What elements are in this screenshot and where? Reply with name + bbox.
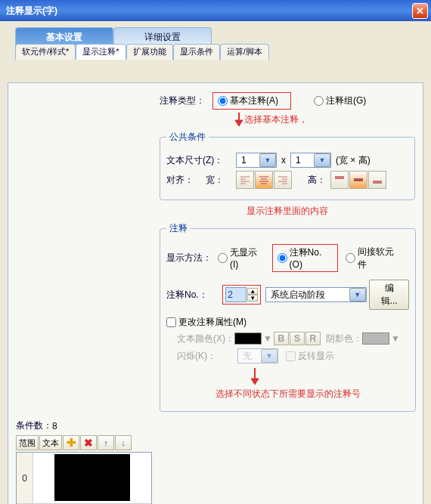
text-height-select[interactable]: 1▼ [290,153,331,168]
delete-icon[interactable]: ✖ [80,435,97,450]
disp-method-label: 显示方法： [166,252,218,264]
align-left-icon[interactable] [236,171,254,189]
align-label: 对齐： [166,174,206,187]
tab-show-comment[interactable]: 显示注释* [76,44,126,60]
align-center-icon[interactable] [255,171,273,189]
s-icon: S [290,332,305,345]
svg-marker-1 [235,120,243,126]
shadow-color-well [362,332,389,345]
r-icon: R [305,332,321,345]
spin-up-icon[interactable]: ▲ [247,288,258,295]
radio-comment-group[interactable]: 注释组(G) [314,94,366,107]
annotation-disp-content: 显示注释里面的内容 [247,205,328,218]
range-button[interactable]: 范围 [16,435,39,450]
move-down-icon[interactable]: ↓ [115,435,132,450]
comment-no-input[interactable] [225,287,247,302]
text-color-label: 文本颜色(X)： [177,332,234,345]
radio-comment-no[interactable]: 注释No.(O) [278,246,333,270]
align-right-icon[interactable] [274,171,292,189]
public-condition-group: 公共条件 文本尺寸(Z)： 1▼ x 1▼ (宽 × 高) 对齐： 宽： 高： [160,131,415,200]
edit-button[interactable]: 编辑... [369,280,409,310]
cond-count-label: 条件数： [16,419,52,432]
annotation-select-basic: 选择基本注释， [244,113,308,126]
annotation-select-no: 选择不同状态下所需要显示的注释号 [216,388,361,400]
radio-indirect[interactable]: 间接软元件 [346,246,402,271]
cond-count-value: 8 [52,421,57,431]
invert-checkbox: 反转显示 [286,350,334,363]
add-icon[interactable]: ✚ [63,435,79,450]
svg-rect-15 [354,178,363,181]
comment-no-spinner-box: ▲ ▼ [222,285,261,305]
comment-group: 注释 显示方法： 无显示(I) 注释No.(O) 间接软元件 注释No.： [160,222,416,412]
text-size-label: 文本尺寸(Z)： [166,154,236,167]
text-color-well [234,332,262,345]
align-h-label: 高： [308,174,330,187]
move-up-icon[interactable]: ↑ [98,435,114,450]
bold-icon: B [274,332,289,345]
radio-basic-comment[interactable]: 基本注释(A) [218,94,278,107]
tab-show-cond[interactable]: 显示条件 [173,44,220,60]
close-button[interactable]: ✕ [412,3,428,19]
valign-mid-icon[interactable] [349,171,367,189]
main-panel: 注释类型： 基本注释(A) 注释组(G) 选择基本注释， 公共条件 文本尺寸(Z… [8,82,423,504]
window-title: 注释显示(字) [6,5,57,17]
tab-device-style[interactable]: 软元件/样式* [15,44,76,60]
svg-rect-14 [335,176,344,179]
blink-select: 无▼ [237,348,278,363]
radio-no-display[interactable]: 无显示(I) [218,246,265,270]
list-item[interactable]: 0 [17,453,151,504]
shadow-label: 阴影色： [326,332,362,345]
comment-legend: 注释 [166,222,191,235]
comment-type-label: 注释类型： [160,94,212,107]
window-titlebar: 注释显示(字) ✕ [0,0,431,21]
valign-top-icon[interactable] [330,171,349,189]
comment-select[interactable]: 系统启动阶段▼ [265,287,367,302]
condition-list[interactable]: 0 1 系统停止 阶段系统停止阶段 2 系统启动阶段系统启动 阶段 [16,452,152,504]
arrow-down-icon [234,113,244,126]
wh-label: (宽 × 高) [336,154,371,167]
tab-container: 基本设置 详细设置 软元件/样式* 显示注释* 扩展功能 显示条件 运算/脚本 [8,27,423,47]
svg-rect-16 [373,181,382,184]
spin-down-icon[interactable]: ▼ [247,295,258,301]
change-attr-checkbox[interactable]: 更改注释属性(M) [166,316,247,329]
arrow-down-icon [250,368,260,385]
align-w-label: 宽： [206,174,236,187]
text-button[interactable]: 文本 [39,435,62,450]
basic-comment-box: 基本注释(A) [212,92,291,110]
comment-no-label: 注释No.： [166,289,222,301]
public-condition-legend: 公共条件 [166,131,209,144]
tab-script[interactable]: 运算/脚本 [220,44,269,60]
blink-label: 闪烁(K)： [177,350,237,363]
svg-marker-18 [251,379,259,385]
tab-ext-func[interactable]: 扩展功能 [126,44,173,60]
valign-bot-icon[interactable] [368,171,386,189]
comment-no-box: 注释No.(O) [272,244,339,272]
preview-thumb [54,454,130,501]
text-width-select[interactable]: 1▼ [236,153,277,168]
